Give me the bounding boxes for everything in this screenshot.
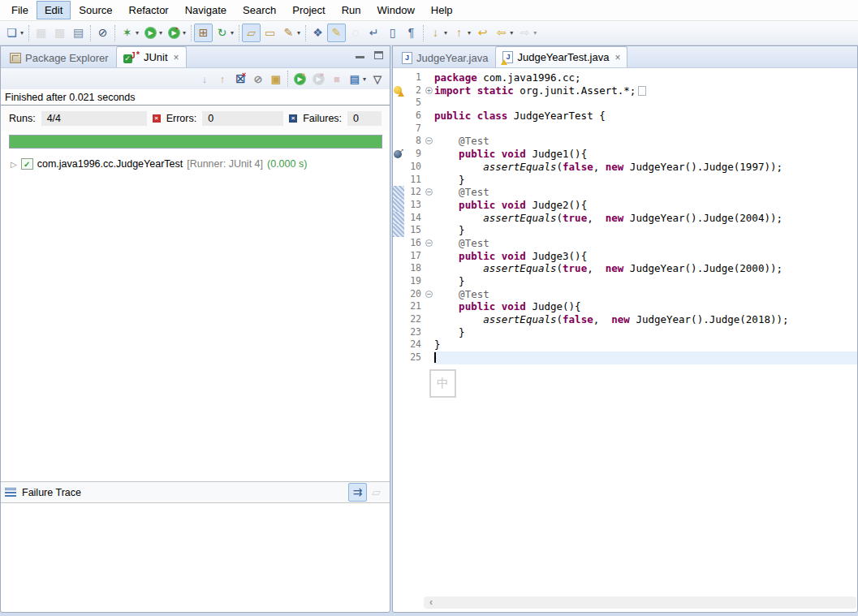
stop-test-run-button[interactable]: ■ <box>328 70 346 88</box>
code-line[interactable]: 22 assertEquals(false, new JudgeYear().J… <box>393 313 857 326</box>
menu-run[interactable]: Run <box>334 1 369 19</box>
dropdown-arrow-icon[interactable]: ▾ <box>183 29 186 37</box>
fold-expand-icon[interactable]: + <box>425 87 433 94</box>
code-line[interactable]: 1package com.java1996.cc; <box>393 71 857 84</box>
menu-refactor[interactable]: Refactor <box>121 1 177 19</box>
quick-diff-change-bar[interactable] <box>393 199 404 212</box>
editor-tab-judgeyear-java[interactable]: JJudgeYear.java <box>395 48 495 67</box>
show-whitespace-button[interactable]: ¶ <box>402 24 420 42</box>
skip-all-breakpoints-button[interactable]: ⊘ <box>93 24 112 42</box>
forward-button[interactable]: ⇨▾ <box>515 24 539 42</box>
code-line[interactable]: 6public class JudgeYearTest { <box>393 110 857 123</box>
menu-window[interactable]: Window <box>369 1 423 19</box>
gutter-annotation[interactable] <box>393 300 404 313</box>
save-all-button[interactable]: ▩ <box>50 24 69 42</box>
code-line[interactable]: 9 public void Judge1(){ <box>393 148 857 161</box>
code-line[interactable]: 8− @Test <box>393 135 857 148</box>
menu-navigate[interactable]: Navigate <box>177 1 235 19</box>
gutter-annotation[interactable] <box>393 338 404 351</box>
fold-collapse-icon[interactable]: − <box>425 291 433 298</box>
scroll-lock-button[interactable]: ▣ <box>267 70 285 88</box>
gutter-annotation[interactable] <box>393 84 404 97</box>
breakpoint-icon[interactable] <box>394 150 402 158</box>
code-line[interactable]: 5 <box>393 97 857 110</box>
compare-results-button[interactable]: ▱ <box>367 483 386 502</box>
gutter-annotation[interactable] <box>393 275 404 288</box>
scroll-left-icon[interactable]: ‹ <box>424 597 433 609</box>
code-line[interactable]: 23 } <box>393 326 857 339</box>
gutter-annotation[interactable] <box>393 97 404 110</box>
previous-annotation-button[interactable]: ↑▾ <box>450 24 473 42</box>
code-line[interactable]: 13 public void Judge2(){ <box>393 199 857 212</box>
dropdown-arrow-icon[interactable]: ▾ <box>468 29 471 37</box>
new-wizard-button[interactable]: ❏▾ <box>2 24 26 42</box>
code-line[interactable]: 10 assertEquals(false, new JudgeYear().J… <box>393 161 857 174</box>
gutter-annotation[interactable] <box>393 110 404 123</box>
previous-failed-test-button[interactable]: ↑ <box>213 70 231 88</box>
fold-collapse-icon[interactable]: − <box>425 137 433 144</box>
editor-tab-judgeyeartest-java[interactable]: JJudgeYearTest.java× <box>495 46 627 67</box>
dropdown-arrow-icon[interactable]: ▾ <box>363 75 366 83</box>
code-line[interactable]: 20− @Test <box>393 288 857 301</box>
gutter-annotation[interactable] <box>393 174 404 187</box>
plug-button[interactable]: ❖ <box>308 24 327 42</box>
close-icon[interactable]: × <box>174 52 179 63</box>
gutter-annotation[interactable] <box>393 123 404 136</box>
gutter-annotation[interactable] <box>393 262 404 275</box>
code-line[interactable]: 2+import static org.junit.Assert.*; <box>393 84 857 97</box>
dropdown-arrow-icon[interactable]: ▾ <box>136 29 139 37</box>
code-line[interactable]: 7 <box>393 123 857 136</box>
dropdown-arrow-icon[interactable]: ▾ <box>510 29 513 37</box>
gutter-annotation[interactable] <box>393 71 404 84</box>
quick-diff-change-bar[interactable] <box>393 212 404 225</box>
gutter-annotation[interactable] <box>393 351 404 364</box>
gutter-annotation[interactable] <box>393 288 404 301</box>
menu-project[interactable]: Project <box>284 1 333 19</box>
maximize-icon[interactable] <box>374 51 383 59</box>
open-resource-button[interactable]: ▭ <box>261 24 279 42</box>
code-line[interactable]: 16− @Test <box>393 237 857 250</box>
highlighter-button[interactable]: ✎ <box>327 24 346 42</box>
dropdown-arrow-icon[interactable]: ▾ <box>444 29 447 37</box>
code-line[interactable]: 17 public void Judge3(){ <box>393 250 857 263</box>
gutter-annotation[interactable] <box>393 313 404 326</box>
gutter-annotation[interactable] <box>393 237 404 250</box>
view-tab-junit[interactable]: ✓J*JUnit× <box>116 46 187 67</box>
quick-diff-change-bar[interactable] <box>393 186 404 199</box>
code-line[interactable]: 19 } <box>393 275 857 288</box>
new-java-project-button[interactable]: ⊞ <box>194 24 213 42</box>
code-line[interactable]: 18 assertEquals(true, new JudgeYear().Ju… <box>393 262 857 275</box>
gutter-annotation[interactable] <box>393 326 404 339</box>
dropdown-arrow-icon[interactable]: ▾ <box>297 29 300 37</box>
run-button[interactable]: ▶▾ <box>141 24 165 42</box>
annotate-button[interactable]: ✎▾ <box>279 24 303 42</box>
menu-source[interactable]: Source <box>71 1 120 19</box>
code-line[interactable]: 25 <box>393 351 857 364</box>
minimize-icon[interactable] <box>356 51 364 58</box>
run-coverage-button[interactable]: ▶▪▾ <box>165 24 188 42</box>
print-button[interactable]: ▤ <box>69 24 88 42</box>
quick-diff-change-bar[interactable] <box>393 224 404 237</box>
fold-collapse-icon[interactable]: − <box>425 239 433 247</box>
menu-help[interactable]: Help <box>423 1 461 19</box>
test-suite-row[interactable]: ▷ ✓ com.java1996.cc.JudgeYearTest [Runne… <box>11 158 386 170</box>
update-project-button[interactable]: ↻▾ <box>213 24 236 42</box>
close-icon[interactable]: × <box>614 52 620 63</box>
save-button[interactable]: ▦ <box>32 24 50 42</box>
back-button[interactable]: ⇦▾ <box>492 24 515 42</box>
menu-edit[interactable]: Edit <box>37 1 71 19</box>
code-line[interactable]: 14 assertEquals(true, new JudgeYear().Ju… <box>393 212 857 225</box>
view-menu-button[interactable]: ▽ <box>369 70 386 88</box>
view-tab-package-explorer[interactable]: Package Explorer <box>2 48 116 67</box>
horizontal-scrollbar[interactable]: ‹ <box>424 597 856 609</box>
test-run-history-button[interactable]: ▤▾ <box>346 70 369 88</box>
dropdown-arrow-icon[interactable]: ▾ <box>20 29 24 37</box>
gutter-annotation[interactable] <box>393 161 404 174</box>
show-skipped-tests-button[interactable]: ⊘ <box>249 70 267 88</box>
folded-region-icon[interactable] <box>638 86 646 96</box>
gutter-annotation[interactable] <box>393 148 404 161</box>
open-type-button[interactable]: ▱ <box>242 24 261 42</box>
code-line[interactable]: 21 public void Judge(){ <box>393 300 857 313</box>
code-line[interactable]: 24} <box>393 338 857 351</box>
menu-search[interactable]: Search <box>235 1 284 19</box>
